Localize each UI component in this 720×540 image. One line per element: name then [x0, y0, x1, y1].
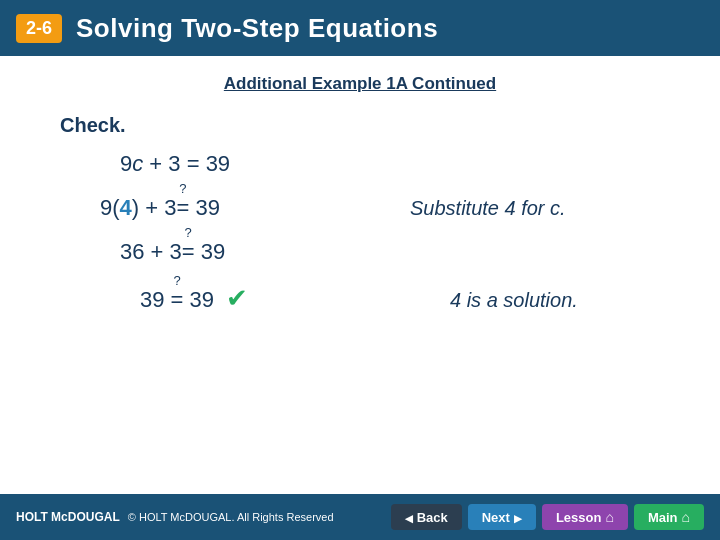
check-label: Check. [60, 114, 660, 137]
equation-2-note: Substitute 4 for c. [410, 197, 566, 220]
equation-row-4: 39 ?= 39 ✔ 4 is a solution. [60, 283, 660, 314]
lesson-badge: 2-6 [16, 14, 62, 43]
lesson-home-icon [605, 509, 613, 525]
footer-copyright: © HOLT McDOUGAL. All Rights Reserved [128, 511, 334, 523]
footer: HOLT McDOUGAL © HOLT McDOUGAL. All Right… [0, 494, 720, 540]
equation-4-text: 39 ?= 39 ✔ [140, 283, 420, 314]
header-title: Solving Two-Step Equations [76, 13, 438, 44]
equation-3-text: 36 + 3?= 39 [120, 239, 400, 265]
main-home-icon [682, 509, 690, 525]
subtitle: Additional Example 1A Continued [0, 74, 720, 94]
equation-2-text: 9(4) + 3?= 39 [100, 195, 380, 221]
content-area: Check. 9c + 3 = 39 9(4) + 3?= 39 Substit… [0, 94, 720, 342]
next-button[interactable]: Next [468, 504, 536, 530]
equation-row-3: 36 + 3?= 39 [60, 239, 660, 265]
footer-nav: Back Next Lesson Main [391, 504, 704, 530]
lesson-button[interactable]: Lesson [542, 504, 628, 530]
arrow-left-icon [405, 510, 413, 525]
back-button[interactable]: Back [391, 504, 462, 530]
main-button[interactable]: Main [634, 504, 704, 530]
equation-row-2: 9(4) + 3?= 39 Substitute 4 for c. [60, 195, 660, 221]
equation-1-text: 9c + 3 = 39 [120, 151, 400, 177]
footer-left: HOLT McDOUGAL © HOLT McDOUGAL. All Right… [16, 510, 334, 524]
arrow-right-icon [514, 510, 522, 525]
header-bar: 2-6 Solving Two-Step Equations [0, 0, 720, 56]
equation-4-note: 4 is a solution. [450, 289, 578, 312]
footer-logo: HOLT McDOUGAL [16, 510, 120, 524]
equation-row-1: 9c + 3 = 39 [60, 151, 660, 177]
checkmark-icon: ✔ [226, 283, 248, 313]
